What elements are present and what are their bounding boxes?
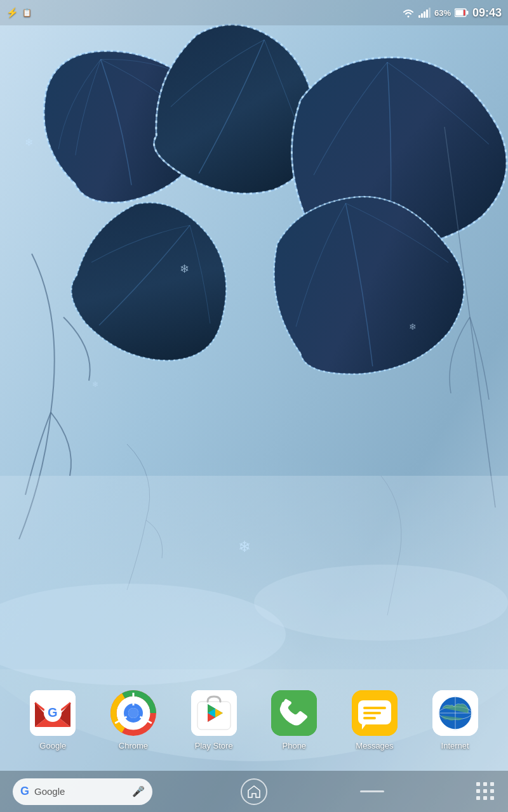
phone-label: Phone (283, 741, 307, 750)
notification-icon: 📋 (22, 8, 32, 17)
battery-icon (455, 8, 469, 17)
app-internet[interactable]: Internet (424, 690, 487, 750)
recent-button[interactable] (356, 790, 388, 792)
app-dot-1 (476, 782, 480, 786)
app-phone[interactable]: Phone (262, 690, 326, 750)
svg-text:❄: ❄ (180, 263, 189, 275)
internet-icon-img (432, 690, 478, 736)
app-drawer-button[interactable] (476, 782, 495, 801)
app-dot-8 (483, 796, 487, 800)
svg-rect-38 (363, 717, 376, 719)
svg-point-30 (128, 708, 138, 718)
svg-rect-36 (363, 707, 386, 709)
playstore-icon-img (191, 690, 237, 736)
status-time: 09:43 (472, 6, 502, 20)
app-dot-6 (490, 789, 494, 793)
nav-bar: G Google 🎤 (0, 771, 508, 812)
app-dot-9 (490, 796, 494, 800)
svg-rect-13 (464, 10, 465, 16)
signal-icon (418, 8, 431, 18)
svg-text:❄: ❄ (409, 322, 417, 332)
status-right-icons: 63% 09:43 (402, 6, 502, 20)
messages-label: Messages (356, 741, 393, 750)
svg-text:❄: ❄ (92, 380, 98, 389)
app-dot-3 (490, 782, 494, 786)
home-icon (247, 785, 261, 799)
app-dot-5 (483, 789, 487, 793)
mic-icon[interactable]: 🎤 (132, 785, 145, 797)
phone-icon-img (271, 690, 317, 736)
svg-point-4 (254, 565, 508, 641)
app-playstore[interactable]: Play Store (182, 690, 246, 750)
app-chrome[interactable]: Chrome (102, 690, 165, 750)
internet-label: Internet (441, 741, 469, 750)
status-left-icons: ⚡ 📋 (6, 7, 32, 18)
svg-text:G: G (48, 705, 58, 719)
recent-icon (360, 790, 384, 792)
search-bar-text: Google (34, 786, 65, 797)
svg-text:❄: ❄ (25, 137, 33, 148)
chrome-label: Chrome (119, 741, 148, 750)
svg-rect-11 (466, 11, 468, 15)
playstore-label: Play Store (195, 741, 233, 750)
app-messages[interactable]: Messages (343, 690, 406, 750)
app-dot-7 (476, 796, 480, 800)
messages-icon-img (352, 690, 398, 736)
google-search-bar[interactable]: G Google 🎤 (13, 778, 152, 805)
svg-rect-12 (455, 10, 463, 16)
google-g-logo: G (20, 785, 29, 798)
google-label: Google (39, 741, 66, 750)
app-dot-2 (483, 782, 487, 786)
dock: G Google Ch (0, 669, 508, 771)
app-dot-4 (476, 789, 480, 793)
svg-rect-37 (363, 712, 381, 714)
usb-icon: ⚡ (6, 7, 18, 18)
google-icon-img: G (30, 690, 76, 736)
app-google[interactable]: G Google (21, 690, 84, 750)
svg-rect-33 (271, 690, 317, 736)
wifi-icon (402, 8, 415, 18)
svg-text:❄: ❄ (238, 538, 251, 555)
battery-percent: 63% (434, 8, 451, 18)
chrome-icon-img (110, 690, 156, 736)
home-button[interactable] (241, 778, 267, 805)
status-bar: ⚡ 📋 63% 09:43 (0, 0, 508, 25)
